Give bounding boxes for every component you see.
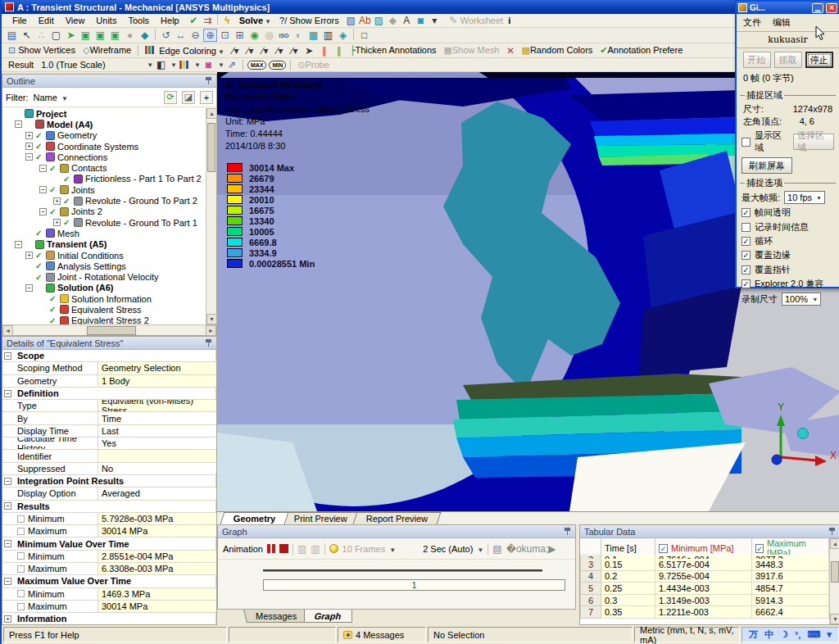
tree-expander[interactable]: −: [15, 241, 22, 248]
bottom-tab[interactable]: Graph: [304, 610, 351, 623]
section-expander[interactable]: [4, 415, 11, 422]
zoom-in-icon[interactable]: ⊕: [203, 29, 217, 42]
show-vertices-button[interactable]: ⊡ Show Vertices: [5, 45, 79, 56]
details-value[interactable]: 30014 MPa: [98, 601, 216, 612]
details-value[interactable]: 2.8551e-004 MPa: [98, 551, 216, 562]
min-label-button[interactable]: MIN: [269, 61, 286, 70]
details-value[interactable]: 30014 MPa: [98, 525, 216, 537]
show-errors-button[interactable]: ?/ Show Errors: [276, 16, 342, 25]
worksheet-button[interactable]: ✎Worksheet: [443, 14, 506, 27]
tree-item[interactable]: ✓ Solution Information: [2, 293, 206, 304]
random-colors-button[interactable]: ▩Random Colors: [518, 45, 596, 56]
tree-expander[interactable]: +: [53, 197, 61, 205]
section-expander[interactable]: [4, 528, 11, 535]
tree-item[interactable]: + ✓ Initial Conditions: [2, 250, 206, 261]
details-value[interactable]: Averaged: [98, 488, 216, 499]
commit-icon[interactable]: ✔: [187, 14, 201, 27]
separator[interactable]: [217, 14, 218, 25]
ime-language-bar[interactable]: 万中☽°,⌨▾: [741, 627, 839, 642]
outline-horizontal-scrollbar[interactable]: ◄►: [2, 324, 216, 335]
option-checkbox[interactable]: ✓: [741, 237, 751, 246]
export-video-icon[interactable]: ▤: [492, 543, 501, 555]
solve-button[interactable]: Solve▼: [236, 16, 274, 25]
tree-expander[interactable]: −: [25, 153, 33, 161]
annotation-preferences-button[interactable]: ✔Annotation Prefere: [596, 45, 686, 56]
box-select-icon[interactable]: ▢: [49, 29, 63, 42]
tree-expander[interactable]: [39, 295, 47, 302]
details-value[interactable]: 1469.3 MPa: [98, 588, 216, 600]
separator[interactable]: [353, 29, 354, 39]
pin-icon[interactable]: [828, 527, 836, 536]
tabular-row[interactable]: 6 0.3 1.3149e-003 5914.3: [580, 595, 829, 607]
chart-icon[interactable]: ▨: [372, 14, 386, 27]
zoom-prev-icon[interactable]: ◎: [262, 29, 276, 42]
zoom-out-icon[interactable]: ⊖: [188, 29, 202, 42]
contour-bands-icon[interactable]: [178, 58, 192, 71]
tree-expander[interactable]: −: [39, 165, 47, 172]
tabular-row[interactable]: 7 0.35 1.2211e-003 6662.4: [580, 606, 829, 619]
viewports-icon[interactable]: □: [357, 29, 371, 42]
show-region-checkbox[interactable]: [741, 138, 751, 147]
section-expander[interactable]: [4, 590, 11, 597]
tree-item[interactable]: − ✓ Contacts: [2, 162, 206, 173]
dropdown-icon[interactable]: ▾: [428, 14, 442, 27]
filter-dropdown[interactable]: Name ▼: [34, 93, 68, 102]
refresh-screen-button[interactable]: 刷新屏幕: [741, 157, 792, 174]
details-value[interactable]: Time: [98, 412, 216, 424]
play-icon[interactable]: �okuma;▶: [506, 543, 556, 555]
capture-menu-item[interactable]: 编辑: [773, 16, 791, 29]
view-cube-icon[interactable]: ◆: [138, 29, 152, 42]
refresh-icon[interactable]: ⟳: [164, 91, 177, 104]
menu-item[interactable]: Edit: [33, 15, 60, 26]
letter-a-icon[interactable]: A: [400, 14, 414, 27]
select-face-icon[interactable]: ▣: [108, 29, 122, 42]
edge-direction-icon[interactable]: ∕▾: [229, 44, 243, 57]
details-value[interactable]: 5.7928e-003 MPa: [98, 513, 216, 524]
iso-view-icon[interactable]: ISO: [277, 29, 291, 42]
tree-item[interactable]: ✓ Equivalent Stress 2: [2, 315, 206, 324]
look-at-icon[interactable]: ◐: [292, 29, 306, 42]
fps-select[interactable]: 10 fps▼: [784, 191, 825, 204]
print-preview-icon[interactable]: ▥: [321, 29, 335, 42]
pan-icon[interactable]: ↔: [174, 29, 188, 42]
grab-button[interactable]: 抓取: [774, 52, 802, 68]
menu-item[interactable]: Help: [155, 15, 185, 26]
details-value[interactable]: Equivalent (von-Mises) Stress: [98, 400, 216, 411]
details-value[interactable]: 6.3308e-003 MPa: [98, 563, 216, 574]
tree-item[interactable]: + ✓ Revolute - Ground To Part 1: [2, 217, 206, 228]
section-expander[interactable]: [4, 440, 11, 447]
spellcheck-icon[interactable]: Ab: [358, 14, 372, 27]
ime-icon[interactable]: ▾: [825, 629, 833, 640]
menu-item[interactable]: Units: [90, 15, 122, 26]
frame-back-icon[interactable]: ▥: [297, 543, 306, 555]
edge-3-icon[interactable]: ∕▾: [273, 44, 287, 57]
frame-forward-icon[interactable]: ▥: [311, 543, 320, 555]
ime-icon[interactable]: ☽: [778, 629, 790, 640]
zoom-select-icon[interactable]: ⊞: [233, 29, 247, 42]
section-expander[interactable]: [4, 377, 11, 384]
details-header[interactable]: Details of "Equivalent Stress": [2, 337, 216, 350]
tabular-row[interactable]: 4 0.2 9.7255e-004 3917.6: [580, 571, 829, 583]
tabular-row[interactable]: 3 0.15 6.5177e-004 3448.3: [580, 559, 829, 571]
details-value[interactable]: Yes: [98, 438, 216, 449]
section-expander[interactable]: [4, 365, 11, 372]
tree-expander[interactable]: [25, 262, 33, 270]
rotate-icon[interactable]: ↺: [159, 29, 173, 42]
section-expander[interactable]: [4, 515, 11, 523]
coordinates-icon[interactable]: ∴: [34, 29, 48, 42]
details-value[interactable]: 1 Body: [98, 375, 216, 387]
box-zoom-icon[interactable]: ⊡: [218, 29, 232, 42]
update-bulb-icon[interactable]: [329, 544, 338, 553]
tree-expander[interactable]: [39, 317, 47, 324]
section-expander[interactable]: [4, 465, 11, 472]
title-bar[interactable]: A : Transient Structural - Mechanical [A…: [2, 0, 839, 14]
section-expander[interactable]: +: [4, 615, 11, 623]
minimize-button[interactable]: ▁: [812, 3, 823, 13]
viewport-tab[interactable]: Geometry: [220, 512, 289, 524]
geometry-display-icon[interactable]: ◧: [154, 58, 168, 71]
select-cursor-icon[interactable]: ↖: [20, 29, 34, 42]
section-expander[interactable]: [4, 402, 11, 410]
menu-item[interactable]: Tools: [122, 15, 155, 26]
tabular-row[interactable]: 5 0.25 1.4434e-003 4854.7: [580, 583, 829, 595]
section-expander[interactable]: [4, 552, 11, 560]
